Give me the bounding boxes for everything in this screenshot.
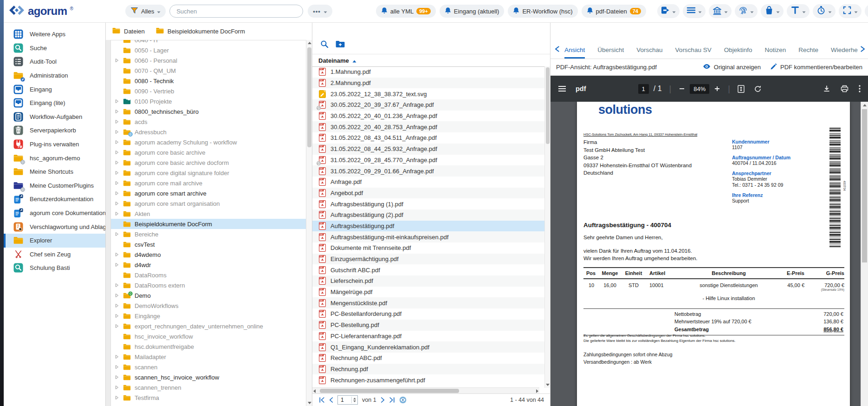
file-row-1-mahnung-pdf[interactable]: PDF1.Mahnung.pdf <box>312 66 545 78</box>
search-icon[interactable] <box>320 40 329 50</box>
more-options-icon[interactable] <box>859 85 861 92</box>
preview-toggle-icon[interactable] <box>399 396 407 404</box>
notification-alle-yml[interactable]: alle YML99+ <box>376 5 436 18</box>
tree-item-0800-technisches-büro[interactable]: 0800_technisches_büro <box>111 106 306 117</box>
expand-arrow-icon[interactable] <box>115 109 120 114</box>
expand-arrow-icon[interactable] <box>115 375 120 380</box>
expand-arrow-icon[interactable] <box>115 170 120 175</box>
tree-item-demo[interactable]: Demo <box>111 290 306 301</box>
tree-scrollbar[interactable] <box>306 40 312 406</box>
expand-arrow-icon[interactable] <box>115 293 120 298</box>
tree-item-0060-personal[interactable]: 0060 - Personal <box>111 55 306 65</box>
file-row-rechnung-abc-pdf[interactable]: PDFRechnung ABC.pdf <box>312 353 545 364</box>
page-stepper[interactable] <box>351 397 357 403</box>
tree-item-mailadapter[interactable]: Mailadapter <box>111 352 306 362</box>
tree-item-hsc-invoice-workflow[interactable]: hsc_invoice_workflow <box>111 331 306 341</box>
scroll-up-icon[interactable] <box>861 102 868 108</box>
file-row-pc-bestellung-pdf[interactable]: PDFPC-Bestellung.pdf <box>312 320 545 331</box>
tree-item-demoworkflows[interactable]: DemoWorkflows <box>111 301 306 311</box>
file-row-q1-eingang-kundenreklamation-pdf[interactable]: PDFQ1_Eingang_Kundenreklamation.pdf <box>312 341 545 353</box>
download-icon[interactable] <box>823 85 830 92</box>
first-page-button[interactable] <box>319 397 325 403</box>
pdf-scrollbar-thumb[interactable] <box>862 109 867 262</box>
file-row-auftragsbestätigung-mit-einkaufspreisen-pdf[interactable]: PDFAuftragsbestätigung-mit-einkaufspreis… <box>312 231 545 242</box>
show-original-button[interactable]: Original anzeigen <box>703 64 761 71</box>
topbar-button-fullscreen[interactable] <box>839 4 862 18</box>
file-row-23-05-2022-12-38-38-372-text-svg[interactable]: 23.05.2022_12_38_38.372_text.svg <box>312 88 545 99</box>
file-row-31-05-2022-08-43-04-511-anfrage-pdf[interactable]: PDF31.05.2022_08_43_04.511_Anfrage.pdf <box>312 132 545 144</box>
sidebar-item-suche[interactable]: Suche <box>4 41 105 55</box>
tab-vorschau[interactable]: Vorschau <box>636 46 662 59</box>
sidebar-item-schulung-basti[interactable]: Schulung Basti <box>4 261 105 275</box>
expand-arrow-icon[interactable] <box>115 354 120 359</box>
sidebar-item-agorum-core-dokumentation[interactable]: agorum core Dokumentation <box>4 206 105 220</box>
file-row-31-05-2022-09-28-45-770-anfrage-pdf[interactable]: PDF31.05.2022_09_28_45.770_Anfrage.pdf <box>312 155 545 166</box>
file-row-angebot-pdf[interactable]: PDFAngebot.pdf <box>312 188 545 199</box>
topbar-button-bank[interactable] <box>709 4 732 18</box>
breadcrumb-item-dateien[interactable]: Dateien <box>112 27 145 35</box>
tree-item-agorum-core-smart-archive[interactable]: agorum core smart archive <box>111 188 306 198</box>
expand-arrow-icon[interactable] <box>115 201 120 206</box>
pdf-scrollbar[interactable] <box>861 102 868 406</box>
tree-item-testfirma[interactable]: Testfirma <box>111 393 306 403</box>
tab-notizen[interactable]: Notizen <box>764 46 786 59</box>
tree-item-d4wdemo[interactable]: d4wdemo <box>111 249 306 260</box>
expand-arrow-icon[interactable] <box>115 99 120 104</box>
file-row-auftragsbestätigung-1-pdf[interactable]: PDFAuftragsbestätigung (1).pdf <box>312 198 545 210</box>
sidebar-item-administration[interactable]: Administration <box>4 69 105 83</box>
tree-item-hsc-dokumentfreigabe[interactable]: hsc.dokumentfreigabe <box>111 341 306 352</box>
tree-item-scannen-hsc-invoice-workflow[interactable]: scannen_hsc_invoice_workflow <box>111 372 306 382</box>
notification-er-workflow-hsc[interactable]: ER-Workflow (hsc) <box>508 5 577 18</box>
print-icon[interactable] <box>841 85 849 92</box>
file-row-rechnungen-zusammengeführt-pdf[interactable]: PDFRechnungen-zusammengeführt.pdf <box>312 374 545 386</box>
agorum-logo[interactable]: agorum ® <box>8 3 125 19</box>
page-input[interactable]: 1 <box>337 395 358 405</box>
file-list-hscrollbar[interactable] <box>312 387 539 394</box>
tree-item-acds[interactable]: acds <box>111 117 306 127</box>
zoom-out-icon[interactable] <box>679 85 685 92</box>
last-page-button[interactable] <box>389 397 395 403</box>
pdf-page-number[interactable]: 1 <box>638 84 649 94</box>
tree-item-akten[interactable]: Akten <box>111 209 306 219</box>
tree-item-datarooms[interactable]: DataRooms <box>111 270 306 280</box>
file-row-30-05-2022-20-40-01-236-anfrage-pdf[interactable]: PDF30.05.2022_20_40_01.236_Anfrage.pdf <box>312 111 545 122</box>
tree-item-datarooms-extern[interactable]: DataRooms extern <box>111 280 306 290</box>
tree-item-adressbuch[interactable]: Adressbuch <box>111 127 306 137</box>
tree-item-agorum-core-mail-archive[interactable]: agorum core mail archive <box>111 178 306 188</box>
sidebar-item-serverpapierkorb[interactable]: Serverpapierkorb <box>4 124 105 138</box>
sidebar-item-workflow-aufgaben[interactable]: Workflow-Aufgaben <box>4 110 105 124</box>
tree-scrollbar-thumb[interactable] <box>307 47 311 147</box>
file-row-rechnung-pdf[interactable]: PDFRechnung.pdf <box>312 364 545 375</box>
file-row-pc-bestellanforderung-pdf[interactable]: PDFPC-Bestellanforderung.pdf <box>312 308 545 320</box>
sidebar-item-meine-customerplugins[interactable]: Meine CustomerPlugins <box>4 179 105 193</box>
file-row-auftragsbestätigung-pdf[interactable]: PDFAuftragsbestätigung.pdf <box>312 221 545 232</box>
filter-button[interactable]: Alles <box>125 5 166 18</box>
sidebar-item-chef-sein-zeug[interactable]: Chef sein Zeug <box>4 248 105 262</box>
tree-item-bereiche[interactable]: Bereiche <box>111 229 306 239</box>
tree-item-0100-projekte[interactable]: 0100 Projekte <box>111 96 306 106</box>
more-button[interactable]: ••• <box>308 5 332 18</box>
expand-arrow-icon[interactable] <box>115 262 120 267</box>
sidebar-item-plug-ins-verwalten[interactable]: Plug-ins verwalten <box>4 138 105 151</box>
expand-arrow-icon[interactable] <box>115 191 120 196</box>
tree-item-0090-vertrieb[interactable]: 0090 - Vertrieb <box>111 86 306 96</box>
tab-objektinfo[interactable]: Objektinfo <box>724 46 752 59</box>
expand-arrow-icon[interactable] <box>115 140 120 144</box>
expand-arrow-icon[interactable] <box>115 150 120 155</box>
pdf-sidebar-toggle-icon[interactable] <box>558 85 566 92</box>
expand-arrow-icon[interactable] <box>115 252 120 257</box>
tree-item-agorum-core-basic-archive[interactable]: agorum core basic archive <box>111 147 306 157</box>
sidebar-item-benutzerdokumentation[interactable]: Benutzerdokumentation <box>4 192 105 206</box>
fit-page-icon[interactable] <box>738 85 745 93</box>
edit-pdf-button[interactable]: PDF kommentieren/bearbeiten <box>770 63 862 72</box>
zoom-level[interactable]: 84% <box>690 84 709 94</box>
column-header-filename[interactable]: Dateiname <box>312 54 551 67</box>
rotate-icon[interactable] <box>754 85 762 93</box>
file-row-mängelrüge-pdf[interactable]: PDFMängelrüge.pdf <box>312 287 545 298</box>
topbar-button-fingerprint[interactable] <box>735 4 758 18</box>
notification-eingang-aktuell[interactable]: Eingang (aktuell) <box>440 5 505 18</box>
tab-ansicht[interactable]: Ansicht <box>564 46 585 59</box>
expand-arrow-icon[interactable] <box>115 324 120 328</box>
topbar-button-menu-lines[interactable] <box>683 4 706 18</box>
sidebar-item-explorer[interactable]: Explorer <box>4 234 105 248</box>
